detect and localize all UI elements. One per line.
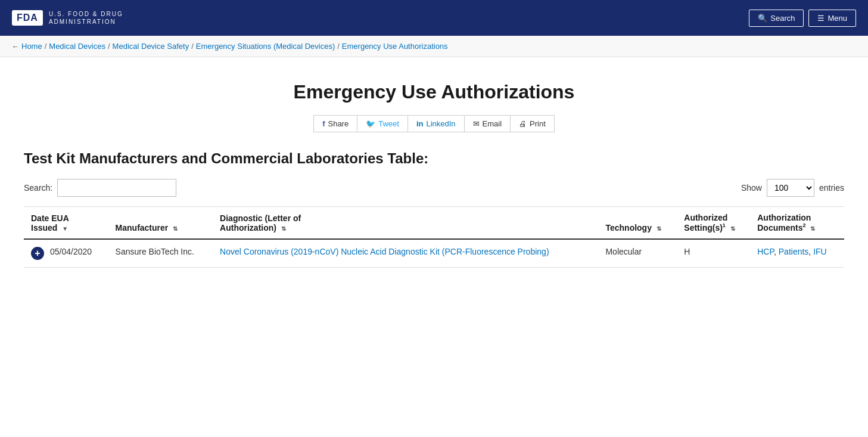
- agency-name-line1: U.S. FOOD & DRUG: [49, 10, 123, 18]
- menu-button-label: Menu: [827, 14, 847, 23]
- share-email-button[interactable]: ✉ Email: [464, 115, 511, 132]
- diagnostic-link[interactable]: Novel Coronavirus (2019-nCoV) Nucleic Ac…: [220, 247, 549, 256]
- breadcrumb-sep-2: /: [108, 42, 110, 51]
- table-search-input[interactable]: [57, 179, 176, 197]
- date-value: 05/04/2020: [50, 247, 92, 256]
- show-entries-control: Show 10 25 50 100 entries: [741, 179, 844, 197]
- linkedin-icon: in: [416, 119, 424, 128]
- share-label: Share: [328, 119, 349, 128]
- share-linkedin-button[interactable]: in LinkedIn: [407, 115, 464, 132]
- print-label: Print: [530, 119, 546, 128]
- technology-value: Molecular: [605, 247, 642, 256]
- social-share-bar: f Share 🐦 Tweet in LinkedIn ✉ Email 🖨 Pr…: [24, 115, 844, 132]
- table-row: + 05/04/2020 Sansure BioTech Inc. Novel …: [24, 239, 844, 268]
- sort-icon-date: ▼: [62, 225, 68, 232]
- menu-icon: ☰: [817, 14, 825, 23]
- cell-date: + 05/04/2020: [24, 239, 108, 268]
- agency-title: U.S. FOOD & DRUG ADMINISTRATION: [49, 10, 123, 26]
- table-header-row: Date EUAIssued ▼ Manufacturer ⇅ Diagnost…: [24, 207, 844, 239]
- breadcrumb-current[interactable]: Emergency Use Authorizations: [342, 42, 448, 51]
- sort-icon-technology: ⇅: [657, 225, 661, 232]
- setting-value: H: [684, 247, 690, 256]
- documents-superscript: 2: [802, 222, 805, 228]
- setting-superscript: 1: [723, 222, 726, 228]
- search-label: Search:: [24, 183, 52, 193]
- date-cell-content: + 05/04/2020: [31, 247, 101, 260]
- main-content: Emergency Use Authorizations f Share 🐦 T…: [0, 57, 868, 292]
- cell-documents: HCP, Patients, IFU: [750, 239, 844, 268]
- manufacturer-name: Sansure BioTech Inc.: [116, 247, 194, 256]
- document-hcp-link[interactable]: HCP: [757, 247, 774, 256]
- sort-icon-diagnostic: ⇅: [281, 225, 286, 232]
- cell-setting: H: [677, 239, 750, 268]
- entries-label: entries: [819, 183, 844, 193]
- col-setting[interactable]: AuthorizedSetting(s)1 ⇅: [677, 207, 750, 239]
- back-arrow-icon: ←: [12, 42, 19, 51]
- search-button[interactable]: 🔍 Search: [749, 10, 804, 27]
- col-manufacturer[interactable]: Manufacturer ⇅: [108, 207, 213, 239]
- col-technology-label: Technology: [605, 223, 652, 233]
- table-section-title: Test Kit Manufacturers and Commercial La…: [24, 150, 844, 167]
- menu-button[interactable]: ☰ Menu: [808, 10, 856, 27]
- twitter-icon: 🐦: [366, 119, 375, 128]
- header-navigation: 🔍 Search ☰ Menu: [749, 10, 856, 27]
- breadcrumb-emergency-situations[interactable]: Emergency Situations (Medical Devices): [196, 42, 335, 51]
- facebook-icon: f: [322, 119, 325, 128]
- email-icon: ✉: [473, 119, 480, 128]
- row-expand-button[interactable]: +: [31, 247, 44, 260]
- cell-manufacturer: Sansure BioTech Inc.: [108, 239, 213, 268]
- breadcrumb-device-safety[interactable]: Medical Device Safety: [113, 42, 189, 51]
- breadcrumb-sep-1: /: [45, 42, 47, 51]
- table-controls: Search: Show 10 25 50 100 entries: [24, 179, 844, 197]
- breadcrumb-home[interactable]: Home: [21, 42, 42, 51]
- sort-icon-documents: ⇅: [810, 225, 815, 232]
- breadcrumb-sep-3: /: [191, 42, 194, 51]
- search-icon: 🔍: [758, 14, 767, 23]
- print-button[interactable]: 🖨 Print: [510, 115, 555, 132]
- share-facebook-button[interactable]: f Share: [313, 115, 357, 132]
- cell-technology: Molecular: [598, 239, 677, 268]
- document-patients-link[interactable]: Patients: [779, 247, 809, 256]
- breadcrumb: ← Home / Medical Devices / Medical Devic…: [0, 36, 868, 57]
- table-search-control: Search:: [24, 179, 176, 197]
- email-label: Email: [483, 119, 502, 128]
- logo-group: FDA U.S. FOOD & DRUG ADMINISTRATION: [12, 10, 123, 26]
- manufacturers-table: Date EUAIssued ▼ Manufacturer ⇅ Diagnost…: [24, 206, 844, 268]
- col-technology[interactable]: Technology ⇅: [598, 207, 677, 239]
- show-label: Show: [741, 183, 762, 193]
- breadcrumb-medical-devices[interactable]: Medical Devices: [49, 42, 105, 51]
- cell-diagnostic: Novel Coronavirus (2019-nCoV) Nucleic Ac…: [213, 239, 598, 268]
- sort-icon-manufacturer: ⇅: [173, 225, 178, 232]
- site-header: FDA U.S. FOOD & DRUG ADMINISTRATION 🔍 Se…: [0, 0, 868, 36]
- page-title: Emergency Use Authorizations: [24, 81, 844, 103]
- col-date-eua[interactable]: Date EUAIssued ▼: [24, 207, 108, 239]
- col-diagnostic[interactable]: Diagnostic (Letter ofAuthorization) ⇅: [213, 207, 598, 239]
- linkedin-label: LinkedIn: [426, 119, 455, 128]
- table-header: Date EUAIssued ▼ Manufacturer ⇅ Diagnost…: [24, 207, 844, 239]
- sort-icon-setting: ⇅: [730, 225, 735, 232]
- agency-name-line2: ADMINISTRATION: [49, 18, 123, 26]
- document-ifu-link[interactable]: IFU: [813, 247, 827, 256]
- fda-logo-badge: FDA: [12, 10, 43, 26]
- search-button-label: Search: [770, 14, 795, 23]
- share-twitter-button[interactable]: 🐦 Tweet: [357, 115, 407, 132]
- col-documents[interactable]: AuthorizationDocuments2 ⇅: [750, 207, 844, 239]
- breadcrumb-sep-4: /: [337, 42, 340, 51]
- table-body: + 05/04/2020 Sansure BioTech Inc. Novel …: [24, 239, 844, 268]
- entries-per-page-select[interactable]: 10 25 50 100: [767, 179, 814, 197]
- print-icon: 🖨: [519, 119, 527, 128]
- col-manufacturer-label: Manufacturer: [116, 223, 169, 233]
- tweet-label: Tweet: [378, 119, 399, 128]
